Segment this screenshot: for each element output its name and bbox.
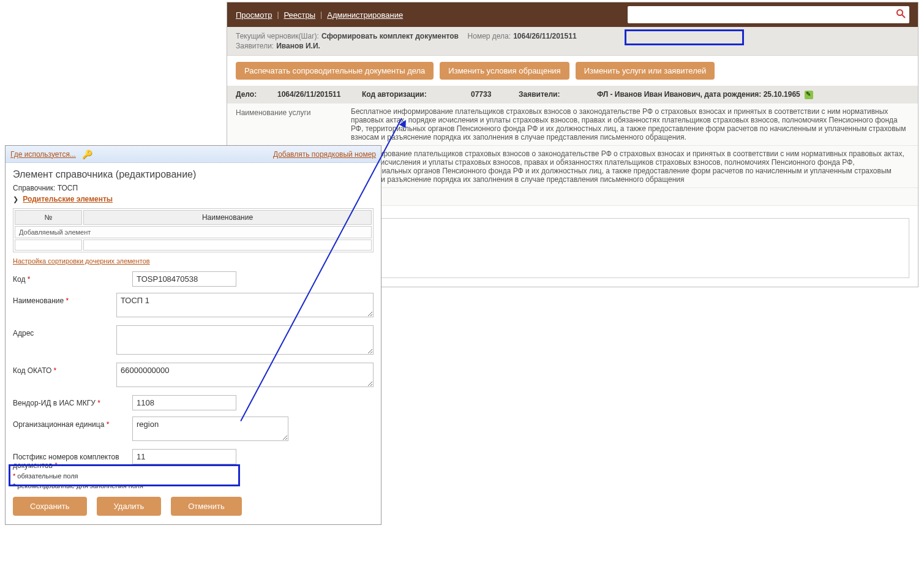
editor-buttons: Сохранить Удалить Отменить xyxy=(13,497,374,516)
case-label: Дело: xyxy=(236,90,272,99)
applicants-label: Заявители: xyxy=(236,42,274,50)
parent-elements-link[interactable]: Родительские элементы xyxy=(23,195,113,203)
children-table: № Наименование Добавляемый элемент xyxy=(13,208,374,252)
code-input[interactable] xyxy=(132,271,236,287)
name-textarea[interactable] xyxy=(116,293,374,317)
save-button[interactable]: Сохранить xyxy=(13,497,87,516)
vendor-label: Вендор-ИД в ИАС МКГУ xyxy=(13,399,96,407)
footnote-recommended: * рекомендованные для заполнения поля xyxy=(13,482,374,489)
case-num-value: 1064/26/11/201511 xyxy=(513,32,576,40)
col-name: Наименование xyxy=(83,210,372,225)
applicants-head-label: Заявители: xyxy=(519,90,592,99)
auth-label: Код авторизации: xyxy=(362,90,466,99)
search-icon[interactable] xyxy=(896,9,906,21)
addr-textarea[interactable] xyxy=(116,325,374,355)
svg-point-0 xyxy=(897,10,903,15)
org-label: Организационная единица xyxy=(13,420,104,429)
vendor-input[interactable] xyxy=(132,395,236,410)
add-row-label: Добавляемый элемент xyxy=(15,226,372,238)
draft-value: Сформировать комплект документов xyxy=(321,32,459,40)
postfix-input[interactable] xyxy=(132,449,236,464)
status-strip: Текущий черновик(Шаг): Сформировать комп… xyxy=(227,27,918,56)
footnote-required: * * обязательные поляобязательные поля xyxy=(13,472,374,480)
svg-line-1 xyxy=(902,15,905,18)
draft-label: Текущий черновик(Шаг): xyxy=(236,32,319,40)
top-nav-bar: Просмотр | Реестры | Администрирование xyxy=(227,2,918,27)
change-conditions-button[interactable]: Изменить условия обращения xyxy=(440,62,569,80)
applicants-value: Иванов И.И. xyxy=(276,42,320,50)
key-icon: 🔑 xyxy=(82,149,92,159)
editor-dialog: Где используется... 🔑 Добавлять порядков… xyxy=(5,145,381,525)
nav-sep: | xyxy=(320,10,322,19)
nav-sep: | xyxy=(277,10,279,19)
dict-line: Справочник: ТОСП xyxy=(13,184,374,192)
service-goal-value: Информирование плательщиков страховых вз… xyxy=(351,149,909,184)
case-value: 1064/26/11/201511 xyxy=(277,90,357,99)
auth-value: 07733 xyxy=(471,90,514,99)
editor-heading: Элемент справочника (редактирование) xyxy=(13,169,374,180)
postfix-label: Постфикс номеров комплектов документов xyxy=(13,453,119,470)
search-input[interactable] xyxy=(631,10,896,19)
search-box xyxy=(628,6,909,23)
change-services-button[interactable]: Изменить услуги или заявителей xyxy=(576,62,715,80)
edit-applicant-icon[interactable] xyxy=(805,91,813,99)
case-num-label: Номер дела: xyxy=(468,32,511,40)
nav-registries[interactable]: Реестры xyxy=(284,10,316,20)
service-name-value: Бесплатное информирование плательщиков с… xyxy=(351,107,909,141)
applicants-head-value: ФЛ - Иванов Иван Иванович, дата рождения… xyxy=(597,90,909,99)
delete-button[interactable]: Удалить xyxy=(97,497,162,516)
service-name-label: Наименование услуги xyxy=(236,107,346,117)
okato-label: Код ОКАТО xyxy=(13,366,51,375)
reglament-value: нет xyxy=(351,192,909,200)
sort-settings-link[interactable]: Настройка сортировки дочерних элементов xyxy=(13,257,150,265)
code-label: Код xyxy=(13,275,25,284)
okato-textarea[interactable] xyxy=(116,363,374,387)
org-textarea[interactable] xyxy=(132,417,288,441)
info-head-row: Дело: 1064/26/11/201511 Код авторизации:… xyxy=(227,86,918,104)
action-row: Распечатать сопроводительные документы д… xyxy=(227,56,918,86)
nav-view[interactable]: Просмотр xyxy=(236,10,272,20)
editor-titlebar: Где используется... 🔑 Добавлять порядков… xyxy=(6,146,381,163)
chevron-down-icon[interactable]: ❯ xyxy=(13,195,18,203)
where-used-link[interactable]: Где используется... xyxy=(10,150,76,159)
add-ordinal-link[interactable]: Добавлять порядковый номер xyxy=(273,150,376,159)
nav-admin[interactable]: Администрирование xyxy=(327,10,403,20)
print-cover-button[interactable]: Распечатать сопроводительные документы д… xyxy=(236,62,434,80)
table-row[interactable] xyxy=(15,239,372,251)
name-label: Наименование xyxy=(13,296,64,305)
col-num: № xyxy=(15,210,82,225)
addr-label: Адрес xyxy=(13,329,34,338)
service-name-row: Наименование услуги Бесплатное информиро… xyxy=(227,104,918,146)
cancel-button[interactable]: Отменить xyxy=(171,497,241,516)
